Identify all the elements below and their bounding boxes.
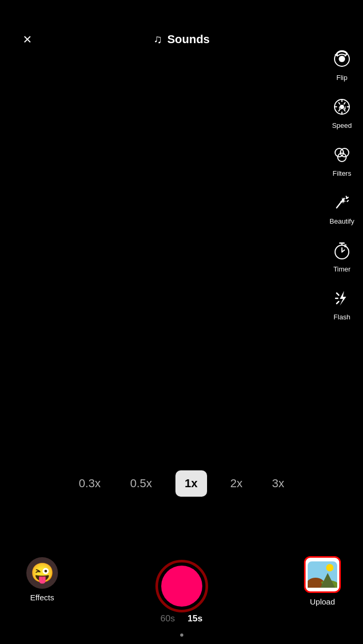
bottom-indicator-dot [180, 633, 183, 637]
beautify-icon [329, 190, 355, 215]
flip-icon [329, 46, 355, 72]
timer-icon: 3 [329, 238, 355, 263]
flash-icon [329, 286, 355, 311]
sounds-label: Sounds [167, 33, 210, 46]
flash-label: Flash [333, 313, 350, 321]
close-button[interactable]: × [16, 28, 39, 51]
header: × ♫ Sounds [0, 0, 363, 63]
speed-3x[interactable]: 3x [266, 472, 290, 495]
flip-label: Flip [337, 74, 348, 82]
filters-icon [329, 142, 355, 167]
svg-point-6 [340, 148, 349, 157]
beautify-label: Beautify [330, 217, 355, 225]
effects-label: Effects [30, 593, 54, 602]
upload-image-icon [308, 561, 337, 588]
sidebar-item-filters[interactable]: Filters [329, 138, 355, 182]
speed-0.5x[interactable]: 0.5x [124, 472, 159, 495]
speed-0.3x[interactable]: 0.3x [72, 472, 107, 495]
record-button-outer[interactable] [155, 560, 208, 612]
svg-point-14 [326, 564, 333, 571]
record-button-wrapper[interactable] [155, 560, 208, 612]
speed-icon: ON [329, 94, 355, 119]
svg-line-12 [337, 301, 339, 304]
svg-point-4 [340, 105, 344, 109]
effects-icon: 😜 [26, 557, 58, 589]
right-sidebar: Flip ON Speed [329, 42, 355, 325]
svg-point-7 [338, 153, 346, 162]
sidebar-item-beautify[interactable]: Beautify [329, 186, 355, 229]
svg-text:3: 3 [344, 243, 347, 248]
header-title: ♫ Sounds [153, 33, 210, 46]
upload-label: Upload [310, 597, 335, 606]
filters-label: Filters [332, 169, 351, 177]
sidebar-item-flip[interactable]: Flip [329, 42, 355, 86]
timer-labels: 60s 15s [0, 613, 363, 624]
svg-point-1 [339, 56, 345, 62]
sidebar-item-speed[interactable]: ON Speed [329, 90, 355, 134]
upload-icon-box [304, 556, 341, 593]
speed-label: Speed [332, 122, 352, 129]
timer-label: Timer [333, 265, 351, 273]
effects-button[interactable]: 😜 Effects [26, 557, 58, 602]
music-icon: ♫ [153, 33, 162, 46]
speed-1x[interactable]: 1x [175, 470, 207, 497]
sidebar-item-timer[interactable]: 3 Timer [329, 234, 355, 277]
upload-button[interactable]: Upload [304, 556, 341, 606]
speed-2x[interactable]: 2x [224, 472, 249, 495]
timer-60s[interactable]: 60s [161, 613, 175, 624]
speed-selector: 0.3x 0.5x 1x 2x 3x [0, 470, 363, 497]
svg-line-10 [337, 293, 339, 295]
timer-15s[interactable]: 15s [188, 613, 202, 624]
sidebar-item-flash[interactable]: Flash [329, 281, 355, 325]
record-button-inner[interactable] [161, 566, 202, 607]
